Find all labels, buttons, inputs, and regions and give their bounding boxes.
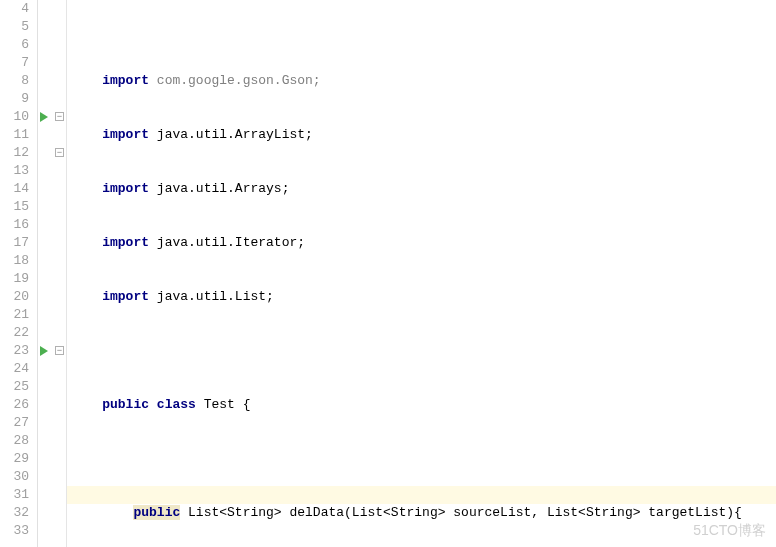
fold-toggle-icon[interactable]: − bbox=[55, 148, 64, 157]
fold-toggle-icon[interactable]: − bbox=[55, 112, 64, 121]
code-line: import java.util.Iterator; bbox=[71, 234, 776, 252]
code-line: import java.util.List; bbox=[71, 288, 776, 306]
code-area[interactable]: import com.google.gson.Gson; import java… bbox=[67, 0, 776, 547]
run-gutter-icon[interactable] bbox=[40, 346, 48, 356]
code-line bbox=[71, 342, 776, 360]
run-marks-column bbox=[38, 0, 54, 547]
current-line-highlight bbox=[67, 486, 776, 504]
code-line bbox=[71, 450, 776, 468]
code-line: public class Test { bbox=[71, 396, 776, 414]
code-line: import java.util.ArrayList; bbox=[71, 126, 776, 144]
fold-toggle-icon[interactable]: − bbox=[55, 346, 64, 355]
code-line: import java.util.Arrays; bbox=[71, 180, 776, 198]
fold-column: −−− bbox=[54, 0, 67, 547]
line-number-gutter: 4567891011121314151617181920212223242526… bbox=[0, 0, 38, 547]
code-editor[interactable]: 4567891011121314151617181920212223242526… bbox=[0, 0, 776, 547]
run-gutter-icon[interactable] bbox=[40, 112, 48, 122]
code-line: public List<String> delData(List<String>… bbox=[71, 504, 776, 522]
code-line: import com.google.gson.Gson; bbox=[71, 72, 776, 90]
